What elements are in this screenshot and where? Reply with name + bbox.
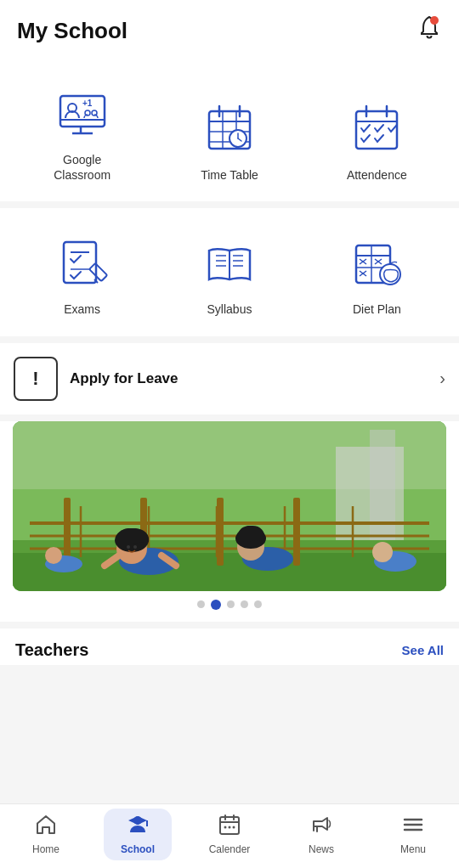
svg-point-86 [224, 826, 227, 829]
grid-row-1: +1 GoogleClassroom [0, 59, 459, 201]
svg-text:+1: +1 [82, 99, 93, 108]
classroom-icon: +1 [54, 86, 111, 144]
svg-marker-80 [128, 816, 147, 825]
menu-icon [402, 814, 424, 841]
grid-item-exams[interactable]: Exams [14, 223, 150, 327]
nav-item-calendar[interactable]: Calender [196, 809, 264, 860]
timetable-icon [201, 101, 258, 159]
nav-label-news: News [309, 843, 334, 855]
svg-point-88 [233, 826, 235, 829]
svg-point-0 [430, 16, 439, 25]
app-title: My School [17, 18, 128, 44]
nav-item-menu[interactable]: Menu [379, 809, 447, 860]
svg-point-76 [372, 542, 393, 562]
calendar-icon [218, 814, 241, 841]
nav-label-home: Home [32, 843, 60, 855]
see-all-button[interactable]: See All [402, 643, 444, 657]
leave-label: Apply for Leave [70, 370, 439, 387]
grid-item-diet-plan[interactable]: Diet Plan [309, 223, 445, 327]
grid-item-label-classroom: GoogleClassroom [54, 152, 110, 183]
svg-rect-50 [370, 430, 395, 549]
teachers-section-header: Teachers See All [0, 628, 459, 665]
teachers-title: Teachers [15, 640, 88, 660]
grid-item-label-attendance: Attendence [347, 167, 407, 183]
bottom-navigation: Home School Cale [0, 803, 459, 868]
notification-bell-icon[interactable] [416, 15, 442, 47]
svg-rect-61 [64, 498, 71, 566]
carousel-dot-3[interactable] [227, 600, 235, 608]
carousel-dot-1[interactable] [197, 600, 205, 608]
attendance-icon [348, 101, 405, 159]
nav-label-menu: Menu [400, 843, 426, 855]
exclamation-icon: ! [32, 368, 38, 390]
grid-item-label-syllabus: Syllabus [207, 302, 252, 317]
grid-item-attendance[interactable]: Attendence [309, 74, 445, 193]
header: My School [0, 0, 459, 59]
nav-item-home[interactable]: Home [12, 809, 80, 860]
svg-rect-63 [217, 498, 224, 566]
carousel-dot-5[interactable] [254, 600, 262, 608]
svg-rect-24 [64, 242, 96, 283]
grid-item-google-classroom[interactable]: +1 GoogleClassroom [14, 74, 150, 193]
svg-rect-64 [293, 498, 300, 566]
leave-section: ! Apply for Leave › [0, 343, 459, 414]
svg-point-87 [229, 826, 231, 829]
grid-item-label-timetable: Time Table [201, 167, 258, 183]
svg-point-77 [127, 545, 130, 549]
grid-item-label-exams: Exams [64, 302, 100, 317]
carousel-dots [0, 591, 459, 622]
dietplan-icon [348, 235, 405, 293]
svg-point-74 [45, 547, 62, 564]
grid-item-time-table[interactable]: Time Table [162, 74, 298, 193]
svg-rect-27 [89, 263, 107, 281]
grid-row-2: Exams Syllabu [0, 208, 459, 335]
nav-item-news[interactable]: News [287, 809, 355, 860]
carousel-image[interactable] [13, 421, 446, 591]
nav-item-school[interactable]: School [104, 809, 172, 860]
carousel-dot-2[interactable] [211, 600, 221, 610]
nav-label-school: School [121, 843, 155, 855]
apply-leave-card[interactable]: ! Apply for Leave › [14, 343, 445, 414]
nav-label-calendar: Calender [209, 843, 251, 855]
grid-item-label-diet-plan: Diet Plan [353, 302, 401, 317]
leave-icon: ! [14, 357, 58, 401]
leave-arrow-icon: › [439, 369, 445, 388]
home-icon [35, 814, 57, 841]
news-icon [310, 814, 332, 841]
svg-point-78 [133, 545, 137, 549]
svg-rect-82 [220, 817, 239, 834]
school-icon [127, 814, 149, 841]
syllabus-icon [201, 235, 258, 293]
exams-icon [54, 235, 111, 293]
carousel-dot-4[interactable] [241, 600, 248, 608]
grid-item-syllabus[interactable]: Syllabus [162, 223, 298, 327]
carousel-section [0, 421, 459, 622]
